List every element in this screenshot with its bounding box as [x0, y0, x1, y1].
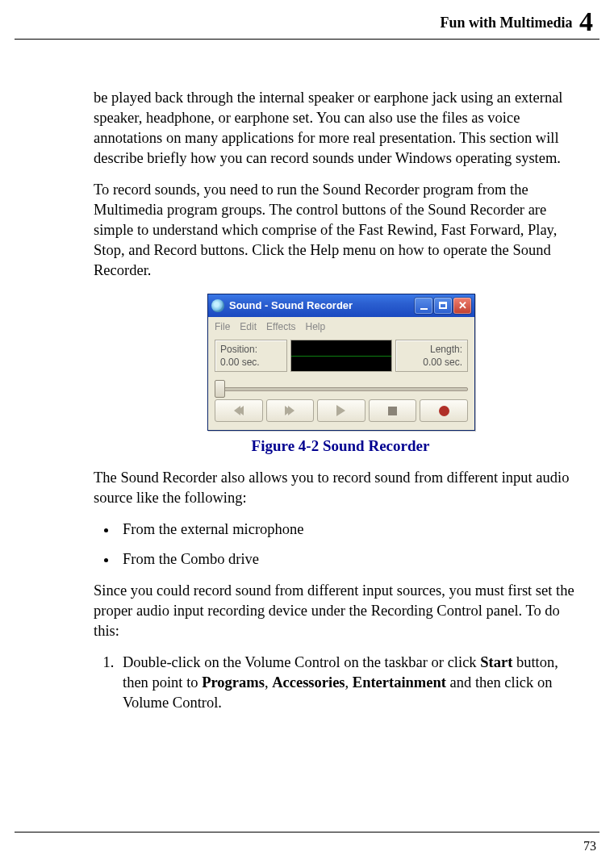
menu-edit[interactable]: Edit — [240, 320, 257, 333]
accessories-bold: Accessories — [272, 674, 345, 691]
figure-sound-recorder: Sound - Sound Recorder ✕ File Edit Effec… — [207, 294, 474, 432]
position-label: Position: — [220, 343, 282, 356]
record-icon — [439, 406, 449, 416]
waveform-display — [290, 340, 392, 372]
maximize-icon — [439, 302, 447, 309]
bullet-list: From the external microphone From the Co… — [94, 520, 587, 570]
chapter-number: 4 — [576, 6, 593, 36]
length-label: Length: — [401, 343, 462, 356]
window-title: Sound - Sound Recorder — [229, 298, 413, 313]
paragraph-3: The Sound Recorder also allows you to re… — [94, 468, 587, 508]
position-value: 0.00 sec. — [220, 356, 282, 369]
app-icon — [211, 299, 224, 312]
paragraph-4: Since you could record sound from differ… — [94, 581, 587, 641]
close-icon: ✕ — [458, 298, 467, 313]
rewind-icon — [237, 406, 244, 415]
stop-icon — [388, 407, 397, 415]
header-title: Fun with Multimedia — [440, 15, 572, 31]
start-bold: Start — [480, 654, 512, 670]
step-text: , — [265, 674, 272, 691]
step-1: Double-click on the Volume Control on th… — [118, 653, 587, 713]
paragraph-1: be played back through the internal spea… — [94, 88, 587, 169]
step-text: Double-click on the Volume Control on th… — [123, 654, 480, 670]
close-button[interactable]: ✕ — [453, 298, 471, 314]
figure-caption: Figure 4-2 Sound Recorder — [94, 436, 587, 457]
numbered-steps: Double-click on the Volume Control on th… — [94, 653, 587, 713]
entertainment-bold: Entertainment — [353, 674, 446, 691]
window-body: Position: 0.00 sec. Length: 0.00 sec. — [208, 336, 474, 430]
forward-icon — [288, 406, 294, 415]
menu-bar: File Edit Effects Help — [208, 317, 474, 336]
position-box: Position: 0.00 sec. — [215, 340, 287, 372]
footer-rule — [15, 832, 599, 833]
slider-thumb[interactable] — [215, 380, 225, 398]
page-number: 73 — [583, 839, 596, 853]
page-content: be played back through the internal spea… — [15, 40, 587, 713]
maximize-button[interactable] — [434, 298, 452, 314]
forward-button[interactable] — [266, 399, 315, 422]
list-item: From the external microphone — [118, 520, 587, 540]
play-button[interactable] — [317, 399, 365, 422]
record-button[interactable] — [420, 399, 468, 422]
window-titlebar[interactable]: Sound - Sound Recorder ✕ — [208, 294, 474, 317]
menu-help[interactable]: Help — [306, 320, 326, 333]
step-text: , — [345, 674, 353, 691]
paragraph-2: To record sounds, you need to run the So… — [94, 180, 587, 281]
length-value: 0.00 sec. — [401, 356, 462, 369]
menu-file[interactable]: File — [215, 320, 230, 333]
play-icon — [336, 405, 345, 416]
rewind-button[interactable] — [215, 399, 263, 422]
running-header: Fun with Multimedia 4 — [15, 0, 599, 40]
minimize-button[interactable] — [415, 298, 432, 314]
sound-recorder-window: Sound - Sound Recorder ✕ File Edit Effec… — [207, 294, 475, 432]
length-box: Length: 0.00 sec. — [395, 340, 468, 372]
playback-slider[interactable] — [215, 378, 468, 394]
slider-track — [215, 387, 468, 391]
programs-bold: Programs — [202, 674, 265, 691]
stop-button[interactable] — [369, 399, 417, 422]
list-item: From the Combo drive — [118, 549, 587, 570]
minimize-icon — [420, 308, 428, 310]
menu-effects[interactable]: Effects — [266, 320, 295, 333]
